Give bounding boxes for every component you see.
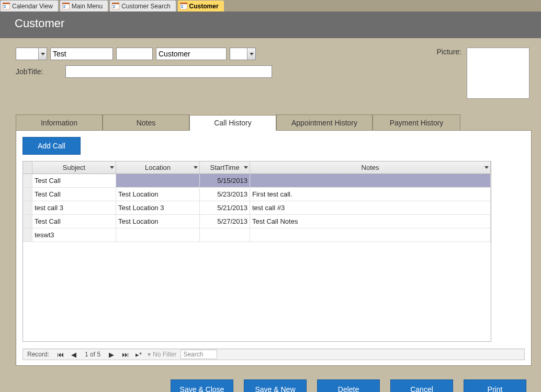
print-button[interactable]: Print [464, 379, 526, 392]
picture-label: Picture: [437, 48, 461, 99]
row-selector[interactable] [23, 174, 32, 188]
grid-search-input[interactable]: Search [181, 350, 217, 359]
last-name-input[interactable] [156, 48, 227, 60]
detail-tabs: Information Notes Call History Appointme… [16, 114, 532, 131]
form-icon [112, 3, 119, 9]
document-tabs: Calendar View Main Menu Customer Search … [0, 0, 541, 11]
doc-tab-label: Main Menu [72, 3, 103, 10]
save-close-button[interactable]: Save & Close [171, 379, 233, 392]
svg-rect-5 [62, 3, 70, 4]
cell-location[interactable] [116, 174, 200, 188]
add-call-button[interactable]: Add Call [22, 137, 81, 155]
table-row[interactable]: teswt3 [23, 228, 491, 242]
cell-location[interactable]: Test Location [116, 215, 200, 228]
tab-payment-history[interactable]: Payment History [373, 114, 460, 130]
row-selector-header[interactable] [23, 162, 32, 174]
jobtitle-input[interactable] [65, 65, 272, 78]
col-notes[interactable]: Notes [250, 162, 491, 174]
svg-rect-9 [112, 3, 119, 4]
cell-notes[interactable] [250, 228, 491, 242]
cell-location[interactable]: Test Location [116, 188, 200, 201]
nav-new-button[interactable]: ▸* [134, 350, 143, 359]
doc-tab-calendar-view[interactable]: Calendar View [0, 0, 59, 11]
row-selector[interactable] [23, 215, 32, 228]
chevron-down-icon [193, 165, 198, 170]
tab-call-history[interactable]: Call History [189, 115, 276, 131]
form-icon [3, 3, 10, 9]
no-filter-indicator: ▾No Filter [148, 351, 176, 358]
row-selector[interactable] [23, 228, 32, 242]
nav-first-button[interactable]: ⏮ [55, 350, 65, 359]
col-subject[interactable]: Subject [32, 162, 116, 174]
svg-rect-11 [113, 7, 115, 8]
jobtitle-row: JobTitle: [16, 65, 272, 78]
calls-grid: Subject Location StartTime Notes Test Ca… [22, 161, 491, 342]
nav-prev-button[interactable]: ◀ [69, 350, 78, 359]
svg-rect-7 [63, 7, 65, 8]
suffix-dropdown[interactable] [230, 48, 256, 60]
cell-notes[interactable]: Test Call Notes [250, 215, 491, 228]
page-title: Customer [15, 17, 64, 30]
nav-next-button[interactable]: ▶ [107, 350, 116, 359]
doc-tab-main-menu[interactable]: Main Menu [60, 0, 108, 11]
prefix-dropdown[interactable] [16, 48, 47, 60]
filter-icon: ▾ [148, 351, 151, 358]
customer-fields: JobTitle: Picture: [16, 48, 532, 99]
doc-tab-customer-search[interactable]: Customer Search [109, 0, 176, 11]
grid-body: Test Call5/15/2013Test CallTest Location… [23, 174, 491, 341]
cell-location[interactable]: Test Location 3 [116, 201, 200, 215]
table-row[interactable]: test call 3Test Location 35/21/2013test … [23, 201, 491, 215]
svg-rect-13 [180, 3, 187, 4]
chevron-down-icon [243, 165, 249, 170]
svg-rect-14 [181, 5, 183, 6]
tab-information[interactable]: Information [16, 114, 103, 130]
chevron-down-icon [38, 48, 47, 60]
cell-starttime[interactable]: 5/27/2013 [200, 215, 250, 228]
doc-tab-label: Customer [189, 3, 219, 10]
row-selector[interactable] [23, 201, 32, 215]
doc-tab-customer[interactable]: Customer [177, 0, 224, 11]
svg-rect-1 [3, 3, 10, 4]
svg-rect-15 [181, 7, 183, 8]
cell-subject[interactable]: teswt3 [32, 228, 116, 242]
cell-starttime[interactable] [200, 228, 250, 242]
col-starttime[interactable]: StartTime [200, 162, 250, 174]
doc-tab-label: Customer Search [121, 3, 170, 10]
picture-box[interactable] [467, 48, 529, 99]
cell-starttime[interactable]: 5/15/2013 [200, 174, 250, 188]
cell-notes[interactable] [250, 174, 491, 188]
col-location[interactable]: Location [116, 162, 200, 174]
cell-starttime[interactable]: 5/21/2013 [200, 201, 250, 215]
call-history-panel: Add Call Subject Location StartTime Note… [16, 131, 532, 366]
chevron-down-icon [247, 48, 255, 60]
table-row[interactable]: Test Call5/15/2013 [23, 174, 491, 188]
table-row[interactable]: Test CallTest Location5/23/2013First tes… [23, 188, 491, 201]
form-icon [180, 3, 187, 9]
table-row[interactable]: Test CallTest Location5/27/2013Test Call… [23, 215, 491, 228]
svg-rect-6 [63, 5, 65, 6]
cell-location[interactable] [116, 228, 200, 242]
cell-notes[interactable]: First test call. [250, 188, 491, 201]
delete-button[interactable]: Delete [317, 379, 380, 392]
middle-name-input[interactable] [116, 48, 153, 60]
footer-buttons: Save & Close Save & New Delete Cancel Pr… [0, 372, 541, 392]
page-header: Customer [0, 11, 541, 38]
chevron-down-icon [109, 165, 115, 170]
cell-subject[interactable]: Test Call [32, 188, 116, 201]
first-name-input[interactable] [50, 48, 113, 60]
tab-notes[interactable]: Notes [103, 114, 189, 130]
save-new-button[interactable]: Save & New [244, 379, 307, 392]
cancel-button[interactable]: Cancel [390, 379, 453, 392]
cell-subject[interactable]: test call 3 [32, 201, 116, 215]
cell-subject[interactable]: Test Call [32, 174, 116, 188]
nav-last-button[interactable]: ⏭ [120, 350, 130, 359]
jobtitle-label: JobTitle: [16, 67, 60, 76]
svg-rect-2 [4, 5, 6, 6]
fields-left: JobTitle: [16, 48, 272, 99]
grid-header: Subject Location StartTime Notes [23, 162, 491, 174]
row-selector[interactable] [23, 188, 32, 201]
cell-starttime[interactable]: 5/23/2013 [200, 188, 250, 201]
cell-notes[interactable]: test call #3 [250, 201, 491, 215]
cell-subject[interactable]: Test Call [32, 215, 116, 228]
tab-appointment-history[interactable]: Appointment History [276, 114, 373, 130]
